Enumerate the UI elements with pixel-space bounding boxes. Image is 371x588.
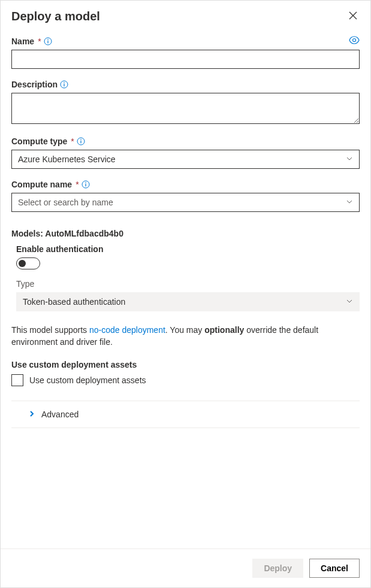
svg-rect-6: [64, 84, 64, 87]
svg-point-1: [47, 39, 49, 40]
info-icon[interactable]: [82, 180, 90, 189]
cancel-button[interactable]: Cancel: [309, 559, 360, 578]
no-code-deployment-link[interactable]: no-code deployment: [89, 325, 165, 335]
required-marker: *: [76, 180, 79, 189]
compute-name-placeholder: Select or search by name: [18, 198, 113, 207]
dialog-title: Deploy a model: [11, 10, 100, 23]
required-marker: *: [71, 137, 74, 146]
auth-type-value: Token-based authentication: [23, 297, 125, 307]
description-input[interactable]: [11, 93, 360, 124]
svg-point-8: [80, 139, 82, 140]
close-icon: [349, 13, 357, 22]
compute-type-value: Azure Kubernetes Service: [18, 154, 116, 164]
custom-assets-checkbox-label: Use custom deployment assets: [29, 375, 146, 385]
required-marker: *: [38, 37, 41, 46]
models-heading: Models: AutoMLfdbacdb4b0: [11, 229, 360, 238]
chevron-right-icon: [28, 410, 35, 419]
custom-assets-heading: Use custom deployment assets: [11, 360, 360, 369]
compute-type-label: Compute type: [11, 137, 67, 146]
eye-icon[interactable]: [349, 36, 360, 46]
no-code-note: This model supports no-code deployment. …: [11, 325, 360, 348]
info-icon[interactable]: [44, 37, 52, 46]
name-label: Name: [11, 37, 34, 46]
advanced-expander[interactable]: Advanced: [11, 401, 360, 428]
info-icon[interactable]: [77, 137, 85, 146]
compute-name-select[interactable]: Select or search by name: [11, 193, 360, 212]
enable-auth-label: Enable authentication: [16, 244, 360, 254]
svg-rect-12: [85, 184, 86, 187]
auth-type-select: Token-based authentication: [16, 292, 360, 311]
close-button[interactable]: [346, 9, 360, 24]
svg-point-3: [353, 39, 356, 42]
info-icon[interactable]: [60, 80, 68, 89]
custom-assets-checkbox[interactable]: [11, 374, 23, 386]
chevron-down-icon: [346, 154, 353, 164]
svg-point-11: [85, 182, 86, 183]
toggle-knob: [19, 260, 26, 267]
deploy-button[interactable]: Deploy: [252, 559, 303, 578]
svg-rect-9: [80, 141, 81, 144]
compute-name-label: Compute name: [11, 180, 72, 189]
chevron-down-icon: [346, 198, 353, 207]
auth-type-label: Type: [16, 279, 34, 289]
name-input[interactable]: [11, 50, 360, 69]
svg-rect-2: [47, 40, 48, 43]
description-label: Description: [11, 80, 58, 89]
advanced-label: Advanced: [41, 410, 79, 419]
svg-point-5: [64, 82, 65, 83]
enable-auth-toggle[interactable]: [16, 257, 40, 269]
chevron-down-icon: [346, 297, 353, 307]
compute-type-select[interactable]: Azure Kubernetes Service: [11, 150, 360, 169]
